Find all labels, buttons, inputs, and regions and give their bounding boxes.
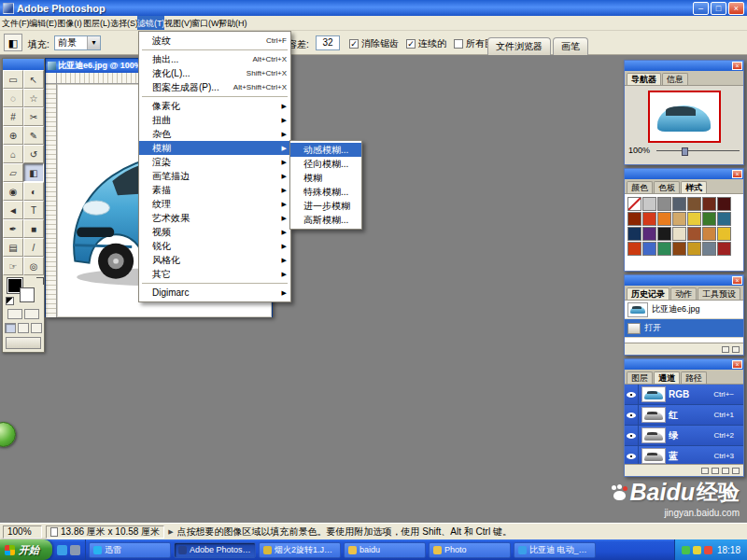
status-arrow-icon[interactable]: ▶	[168, 528, 173, 536]
toolbox-header[interactable]	[3, 59, 44, 70]
imageready-button[interactable]	[6, 337, 41, 349]
blur-submenu-item[interactable]: 特殊模糊...	[290, 185, 361, 199]
maximize-button[interactable]: □	[711, 2, 726, 15]
tolerance-input[interactable]: 32	[316, 35, 340, 50]
style-swatch[interactable]	[687, 212, 701, 226]
taskbar-button[interactable]: Adobe Photoshop	[174, 542, 256, 558]
blur-submenu-item[interactable]: 模糊	[290, 171, 361, 185]
navigator-proxy-view[interactable]	[648, 91, 721, 143]
filter-menu-item[interactable]: 图案生成器(P)...Alt+Shift+Ctrl+X	[139, 80, 290, 94]
clone-stamp-tool-icon[interactable]: ⌂	[3, 145, 23, 163]
history-brush-tool-icon[interactable]: ↺	[23, 145, 44, 163]
start-button[interactable]: 开始	[0, 539, 52, 560]
navigator-title-bar[interactable]: ×	[625, 61, 743, 71]
style-swatch[interactable]	[702, 227, 716, 241]
tray-icon-2[interactable]	[693, 546, 701, 554]
filter-menu-item[interactable]: 画笔描边▶	[139, 169, 290, 183]
option-checkbox[interactable]: ✓连续的	[406, 37, 446, 50]
rectangular-marquee-tool-icon[interactable]: ▭	[3, 70, 23, 89]
crop-tool-icon[interactable]: #	[3, 107, 23, 126]
taskbar-button[interactable]: baidu	[344, 542, 426, 558]
menubar-item[interactable]: 窗口(W)	[191, 16, 218, 30]
style-swatch[interactable]	[657, 242, 671, 256]
style-swatch[interactable]	[672, 227, 686, 241]
style-swatch[interactable]	[672, 212, 686, 226]
fullscreen-button[interactable]	[31, 323, 42, 333]
style-swatch[interactable]	[642, 212, 656, 226]
filter-menu-item[interactable]: 像素化▶	[139, 99, 290, 113]
filter-menu-item[interactable]: 模糊▶	[139, 141, 290, 155]
notes-tool-icon[interactable]: ▤	[3, 238, 23, 257]
new-snapshot-icon[interactable]	[722, 346, 729, 353]
slice-tool-icon[interactable]: ✂	[23, 107, 44, 126]
filter-menu-item[interactable]: 液化(L)...Shift+Ctrl+X	[139, 66, 290, 80]
zoom-field[interactable]: 100%	[3, 525, 42, 539]
style-swatch[interactable]	[717, 227, 731, 241]
blur-tool-icon[interactable]: ◉	[3, 182, 23, 201]
filter-menu-item[interactable]: 其它▶	[139, 267, 290, 281]
palette-well-tab[interactable]: 画笔	[553, 37, 588, 55]
color-tab[interactable]: 色板	[654, 181, 680, 193]
taskbar-button[interactable]: 烟火2旋转1.JPG ...	[259, 542, 341, 558]
floating-ball[interactable]	[0, 422, 16, 447]
filter-menu-item[interactable]: 视频▶	[139, 225, 290, 239]
panel-close-icon[interactable]: ×	[732, 170, 742, 178]
background-color-swatch[interactable]	[20, 287, 35, 302]
eraser-tool-icon[interactable]: ▱	[3, 163, 23, 182]
dodge-tool-icon[interactable]: ◐	[23, 182, 44, 201]
menubar-item[interactable]: 视图(V)	[164, 16, 191, 30]
tray-icon-3[interactable]	[704, 546, 712, 554]
panel-close-icon[interactable]: ×	[732, 360, 742, 369]
style-swatch[interactable]	[687, 197, 701, 211]
menubar-item[interactable]: 选择(S)	[110, 16, 137, 30]
style-swatch[interactable]	[702, 212, 716, 226]
default-colors-icon[interactable]	[6, 297, 14, 305]
panel-close-icon[interactable]: ×	[732, 62, 742, 70]
menubar-item[interactable]: 图层(L)	[83, 16, 110, 30]
blur-submenu-item[interactable]: 径向模糊...	[290, 157, 361, 171]
menubar-item[interactable]: 滤镜(T)	[137, 16, 164, 30]
style-swatch[interactable]	[702, 197, 716, 211]
filter-menu-item[interactable]: 素描▶	[139, 183, 290, 197]
style-swatch[interactable]	[657, 212, 671, 226]
style-swatch[interactable]	[702, 242, 716, 256]
zoom-tool-icon[interactable]: ◎	[23, 257, 44, 275]
style-swatch[interactable]	[672, 242, 686, 256]
style-swatch[interactable]	[627, 227, 641, 241]
style-swatch[interactable]	[687, 227, 701, 241]
layers-tab[interactable]: 路径	[681, 371, 707, 384]
visibility-toggle[interactable]	[625, 385, 639, 404]
navigator-zoom-slider[interactable]	[656, 147, 740, 155]
filter-menu-item[interactable]: 锐化▶	[139, 239, 290, 253]
taskbar-button[interactable]: 迅雷	[89, 542, 171, 558]
palette-well-tab[interactable]: 文件浏览器	[487, 37, 551, 55]
filter-menu-item[interactable]: 波纹Ctrl+F	[139, 34, 290, 48]
lasso-tool-icon[interactable]: ◌	[3, 89, 23, 107]
trash-icon[interactable]	[732, 468, 740, 474]
channel-row[interactable]: 红Ctrl+1	[625, 405, 743, 426]
filter-menu-item[interactable]: Digimarc▶	[139, 286, 290, 300]
menubar-item[interactable]: 图像(I)	[56, 16, 83, 30]
magic-wand-tool-icon[interactable]: ☆	[23, 89, 44, 107]
title-bar[interactable]: Adobe Photoshop – □ ×	[0, 0, 747, 16]
shape-tool-icon[interactable]: ■	[23, 219, 44, 238]
history-tab[interactable]: 动作	[670, 287, 697, 300]
style-swatch[interactable]	[717, 242, 731, 256]
history-item[interactable]: 打开	[625, 319, 743, 338]
visibility-toggle[interactable]	[625, 405, 639, 425]
menubar-item[interactable]: 帮助(H)	[218, 16, 246, 30]
history-tab[interactable]: 历史记录	[627, 287, 669, 300]
styles-title-bar[interactable]: ×	[625, 169, 743, 179]
pen-tool-icon[interactable]: ✒	[3, 219, 23, 238]
channels-title-bar[interactable]: ×	[625, 359, 743, 370]
ie-quicklaunch-icon[interactable]	[57, 545, 67, 555]
filter-menu-item[interactable]: 风格化▶	[139, 253, 290, 267]
save-selection-icon[interactable]	[712, 468, 719, 474]
history-tab[interactable]: 工具预设	[698, 287, 740, 300]
style-swatch[interactable]	[642, 227, 656, 241]
trash-icon[interactable]	[732, 346, 740, 353]
chevron-down-icon[interactable]: ▾	[87, 36, 100, 49]
style-swatch[interactable]	[717, 212, 731, 226]
option-checkbox[interactable]: ✓消除锯齿	[349, 37, 399, 50]
filter-menu-item[interactable]: 渲染▶	[139, 155, 290, 169]
